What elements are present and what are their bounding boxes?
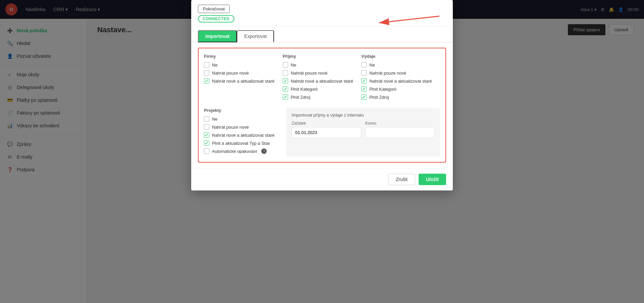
prijmy-checkbox-1[interactable] — [283, 70, 288, 76]
projekty-option-4: Automatické opakování ? — [204, 148, 281, 154]
vydaje-label-3: Plnit Kategorii — [369, 87, 396, 92]
firmy-option-0: Ne — [204, 62, 276, 68]
projekty-label-1: Nahrát pouze nové — [212, 125, 249, 130]
prijmy-checkbox-4[interactable]: ✓ — [283, 94, 288, 100]
cancel-button[interactable]: Zrušit — [388, 174, 415, 185]
projekty-checkbox-3[interactable]: ✓ — [204, 140, 209, 146]
prijmy-option-0: Ne — [283, 62, 355, 68]
projekty-column: Projekty Ne Nahrát pouze nové ✓ Nahrát n… — [204, 108, 281, 157]
projekty-checkbox-1[interactable] — [204, 124, 209, 130]
prijmy-option-4: ✓ Plnit Zdroj — [283, 94, 355, 100]
dialog-header: Pokračovat CONNECTED — [191, 0, 453, 26]
prijmy-title: Příjmy — [283, 54, 355, 59]
projekty-checkbox-2[interactable]: ✓ — [204, 132, 209, 138]
dialog-tabs: Importovat Exportovat — [191, 26, 453, 42]
konec-label: Konec — [365, 121, 435, 126]
vydaje-option-3: ✓ Plnit Kategorii — [361, 86, 433, 92]
firmy-label-1: Nahrát pouze nové — [212, 71, 249, 76]
vydaje-label-2: Nahrát nové a aktualizovat staré — [369, 79, 432, 84]
import-top-columns: Firmy Ne Nahrát pouze nové ✓ Nahrát nové… — [204, 54, 440, 102]
projekty-checkbox-4[interactable] — [204, 148, 209, 154]
vydaje-column: Výdaje Ne Nahrát pouze nové ✓ Nahrát nov… — [361, 54, 440, 102]
projekty-label-2: Nahrát nové a aktualizovat staré — [212, 133, 274, 138]
firmy-option-1: Nahrát pouze nové — [204, 70, 276, 76]
firmy-label-0: Ne — [212, 62, 218, 68]
help-icon[interactable]: ? — [261, 148, 267, 154]
prijmy-option-3: ✓ Plnit Kategorii — [283, 86, 355, 92]
interval-title: Importovat příjmy a výdaje z intervalu — [291, 113, 435, 118]
prijmy-label-1: Nahrát pouze nové — [291, 71, 328, 76]
zacatek-input[interactable] — [291, 127, 361, 138]
prijmy-checkbox-0[interactable] — [283, 62, 288, 68]
prijmy-label-2: Nahrát nové a aktualizovat staré — [291, 79, 353, 84]
projekty-label-0: Ne — [212, 117, 218, 122]
vydaje-checkbox-0[interactable] — [361, 62, 367, 68]
prijmy-label-3: Plnit Kategorii — [291, 87, 318, 92]
vydaje-option-0: Ne — [361, 62, 433, 68]
projekty-option-3: ✓ Plnit a aktualizovat Typ a Stav — [204, 140, 281, 146]
konec-input[interactable] — [365, 127, 435, 138]
projekty-option-1: Nahrát pouze nové — [204, 124, 281, 130]
firmy-label-2: Nahrát nové a aktualizovat staré — [212, 79, 274, 84]
konec-field: Konec — [365, 121, 435, 138]
import-dialog: Pokračovat CONNECTED Importovat Exportov… — [191, 0, 453, 190]
import-options-section: Firmy Ne Nahrát pouze nové ✓ Nahrát nové… — [198, 48, 446, 163]
prijmy-checkbox-3[interactable]: ✓ — [283, 86, 288, 92]
prijmy-option-1: Nahrát pouze nové — [283, 70, 355, 76]
firmy-option-2: ✓ Nahrát nové a aktualizovat staré — [204, 78, 276, 84]
zacatek-label: Začátek — [291, 121, 361, 126]
vydaje-checkbox-1[interactable] — [361, 70, 367, 76]
dialog-body: Firmy Ne Nahrát pouze nové ✓ Nahrát nové… — [191, 42, 453, 168]
vydaje-label-1: Nahrát pouze nové — [369, 71, 406, 76]
projekty-checkbox-0[interactable] — [204, 116, 209, 122]
vydaje-label-4: Plnit Zdroj — [369, 95, 389, 100]
prijmy-label-4: Plnit Zdroj — [291, 95, 311, 100]
firmy-title: Firmy — [204, 54, 276, 59]
firmy-column: Firmy Ne Nahrát pouze nové ✓ Nahrát nové… — [204, 54, 283, 102]
projekty-section: Projekty Ne Nahrát pouze nové ✓ Nahrát n… — [204, 108, 440, 157]
projekty-option-0: Ne — [204, 116, 281, 122]
projekty-option-2: ✓ Nahrát nové a aktualizovat staré — [204, 132, 281, 138]
firmy-checkbox-2[interactable]: ✓ — [204, 78, 209, 84]
projekty-label-3: Plnit a aktualizovat Typ a Stav — [212, 141, 270, 146]
vydaje-checkbox-3[interactable]: ✓ — [361, 86, 367, 92]
prijmy-label-0: Ne — [291, 62, 297, 68]
vydaje-title: Výdaje — [361, 54, 433, 59]
vydaje-option-4: ✓ Plnit Zdroj — [361, 94, 433, 100]
prijmy-checkbox-2[interactable]: ✓ — [283, 78, 288, 84]
tab-importovat[interactable]: Importovat — [198, 30, 237, 42]
prijmy-option-2: ✓ Nahrát nové a aktualizovat staré — [283, 78, 355, 84]
vydaje-option-2: ✓ Nahrát nové a aktualizovat staré — [361, 78, 433, 84]
connected-badge: CONNECTED — [198, 15, 234, 23]
save-button[interactable]: Uložit — [419, 174, 446, 185]
interval-fields: Začátek Konec — [291, 121, 435, 138]
dialog-footer: Zrušit Uložit — [191, 168, 453, 190]
tab-exportovat[interactable]: Exportovat — [237, 30, 274, 42]
pokracovat-button[interactable]: Pokračovat — [198, 5, 230, 13]
vydaje-checkbox-4[interactable]: ✓ — [361, 94, 367, 100]
projekty-label-4: Automatické opakování — [212, 149, 257, 154]
prijmy-column: Příjmy Ne Nahrát pouze nové ✓ Nahrát nov… — [283, 54, 362, 102]
vydaje-option-1: Nahrát pouze nové — [361, 70, 433, 76]
firmy-checkbox-0[interactable] — [204, 62, 209, 68]
vydaje-label-0: Ne — [369, 62, 375, 68]
firmy-checkbox-1[interactable] — [204, 70, 209, 76]
interval-section: Importovat příjmy a výdaje z intervalu Z… — [286, 108, 440, 157]
zacatek-field: Začátek — [291, 121, 361, 138]
projekty-title: Projekty — [204, 108, 281, 113]
vydaje-checkbox-2[interactable]: ✓ — [361, 78, 367, 84]
